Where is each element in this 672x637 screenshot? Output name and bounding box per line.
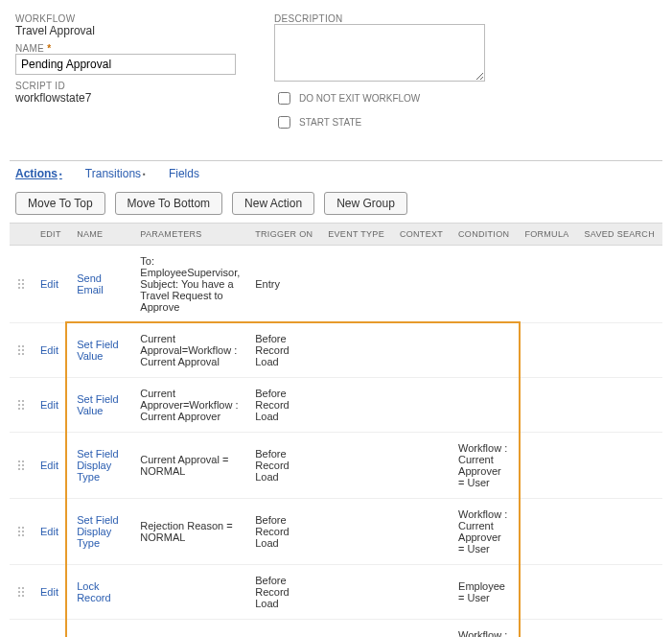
edit-link[interactable]: Edit (40, 526, 58, 537)
col-name: NAME (69, 224, 132, 246)
drag-handle[interactable] (10, 246, 33, 323)
edit-link[interactable]: Edit (40, 278, 58, 290)
action-name-link[interactable]: Set Field Value (77, 339, 118, 362)
cell-saved-search (577, 323, 662, 378)
donotexit-label: DO NOT EXIT WORKFLOW (299, 93, 420, 104)
drag-handle[interactable] (10, 378, 33, 433)
cell-condition (451, 378, 517, 433)
name-label: NAME (15, 43, 236, 54)
form-header: WORKFLOW Travel Approval NAME SCRIPT ID … (10, 10, 662, 141)
cell-context (392, 378, 451, 433)
action-name-link[interactable]: Set Field Display Type (77, 448, 118, 483)
action-name-link[interactable]: Set Field Display Type (77, 514, 118, 549)
table-row[interactable]: EditSet Field ValueCurrent Approval=Work… (10, 323, 662, 378)
col-saved-search: SAVED SEARCH (577, 224, 662, 246)
cell-event-type (320, 499, 392, 565)
scriptid-value: workflowstate7 (15, 91, 236, 105)
table-row[interactable]: EditAdd ButtonLabel: ApproveBefore Recor… (10, 620, 662, 638)
cell-context (392, 620, 451, 638)
edit-link[interactable]: Edit (40, 460, 58, 471)
tab-actions[interactable]: Actions▪ (15, 167, 62, 184)
edit-link[interactable]: Edit (40, 344, 58, 356)
drag-icon (17, 526, 25, 536)
cell-condition: Workflow : Current Approver = User (451, 499, 517, 565)
workflow-label: WORKFLOW (15, 13, 236, 24)
cell-context (392, 433, 451, 499)
cell-condition (451, 246, 517, 323)
edit-link[interactable]: Edit (40, 399, 58, 411)
cell-event-type (320, 246, 392, 323)
cell-formula (517, 246, 576, 323)
cell-formula (517, 565, 576, 620)
donotexit-checkbox[interactable] (278, 92, 290, 105)
workflow-value: Travel Approval (15, 24, 236, 37)
table-row[interactable]: EditSet Field ValueCurrent Approver=Work… (10, 378, 662, 433)
cell-condition: Workflow : Current Approver = User (451, 433, 517, 499)
action-name-link[interactable]: Set Field Value (77, 393, 118, 416)
cell-saved-search (577, 620, 662, 638)
table-row[interactable]: EditSet Field Display TypeRejection Reas… (10, 499, 662, 565)
action-name-link[interactable]: Lock Record (77, 580, 110, 603)
drag-icon (17, 344, 25, 355)
scriptid-label: SCRIPT ID (15, 81, 236, 91)
cell-trigger: Before Record Load (247, 565, 320, 620)
cell-parameters: Current Approval = NORMAL (132, 433, 247, 499)
actions-table: EDIT NAME PARAMETERS TRIGGER ON EVENT TY… (10, 223, 662, 637)
drag-icon (17, 399, 25, 410)
table-row[interactable]: EditSend EmailTo: EmployeeSupervisor, Su… (10, 246, 662, 323)
move-to-top-button[interactable]: Move To Top (15, 192, 105, 215)
cell-parameters: Label: Approve (132, 620, 247, 638)
cell-event-type (320, 565, 392, 620)
cell-event-type (320, 378, 392, 433)
cell-trigger: Before Record Load (247, 323, 320, 378)
tab-fields[interactable]: Fields (169, 167, 199, 184)
table-row[interactable]: EditLock RecordBefore Record LoadEmploye… (10, 565, 662, 620)
cell-parameters (132, 565, 247, 620)
col-parameters: PARAMETERS (132, 224, 247, 246)
drag-handle[interactable] (10, 620, 33, 638)
name-input[interactable] (15, 54, 236, 75)
cell-event-type (320, 433, 392, 499)
col-trigger: TRIGGER ON (247, 224, 320, 246)
startstate-checkbox[interactable] (278, 116, 290, 129)
startstate-label: START STATE (299, 117, 361, 128)
drag-handle[interactable] (10, 499, 33, 565)
cell-context (392, 323, 451, 378)
drag-icon (17, 586, 25, 597)
cell-formula (517, 323, 576, 378)
new-action-button[interactable]: New Action (232, 192, 314, 215)
cell-trigger: Before Record Load (247, 433, 320, 499)
table-row[interactable]: EditSet Field Display TypeCurrent Approv… (10, 433, 662, 499)
drag-handle[interactable] (10, 323, 33, 378)
tab-transitions[interactable]: Transitions▪ (85, 167, 146, 184)
cell-context (392, 499, 451, 565)
col-edit: EDIT (33, 224, 69, 246)
drag-handle[interactable] (10, 433, 33, 499)
drag-handle[interactable] (10, 565, 33, 620)
cell-formula (517, 378, 576, 433)
cell-event-type (320, 323, 392, 378)
new-group-button[interactable]: New Group (324, 192, 407, 215)
startstate-row[interactable]: START STATE (274, 113, 485, 131)
donotexit-row[interactable]: DO NOT EXIT WORKFLOW (274, 89, 485, 107)
cell-formula (517, 499, 576, 565)
col-event-type: EVENT TYPE (320, 224, 392, 246)
cell-trigger: Before Record Load (247, 378, 320, 433)
edit-link[interactable]: Edit (40, 586, 58, 598)
cell-formula (517, 620, 576, 638)
description-textarea[interactable] (274, 24, 485, 82)
move-to-bottom-button[interactable]: Move To Bottom (115, 192, 222, 215)
col-context: CONTEXT (392, 224, 451, 246)
action-name-link[interactable]: Send Email (77, 272, 104, 295)
cell-saved-search (577, 378, 662, 433)
caret-icon: ▪ (143, 170, 146, 178)
tab-bar: Actions▪ Transitions▪ Fields (10, 160, 662, 184)
toolbar: Move To Top Move To Bottom New Action Ne… (10, 184, 662, 223)
cell-trigger: Before Record Load (247, 620, 320, 638)
description-label: DESCRIPTION (274, 13, 485, 24)
col-condition: CONDITION (451, 224, 517, 246)
drag-icon (17, 278, 25, 289)
cell-parameters: Current Approval=Workflow : Current Appr… (132, 323, 247, 378)
cell-formula (517, 433, 576, 499)
cell-saved-search (577, 246, 662, 323)
